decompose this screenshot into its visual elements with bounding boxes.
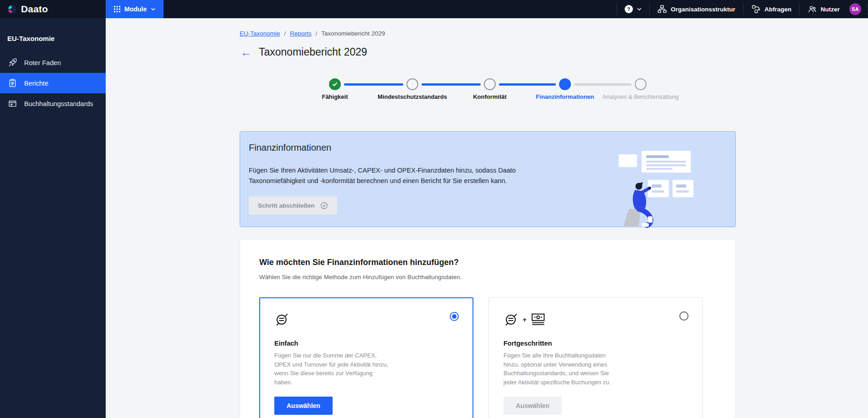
help-icon: ?	[625, 5, 633, 13]
option-title: Einfach	[274, 340, 458, 347]
complete-step-button[interactable]: Schritt abschließen	[249, 196, 337, 214]
help-menu[interactable]: ?	[617, 0, 649, 18]
daato-logo-icon	[7, 5, 17, 14]
step-label[interactable]: Analysen & Berichterstattung	[602, 93, 679, 101]
topbar: Daato Module ?	[0, 0, 868, 18]
step-label[interactable]: Mindestschutzstandards	[374, 93, 451, 101]
nav-organisationsstruktur[interactable]: Organisationsstruktur	[650, 0, 743, 18]
ledger-icon	[7, 99, 17, 109]
nav-label: Abfragen	[765, 6, 791, 13]
money-icon	[503, 311, 519, 327]
sidebar-item-label: Buchhaltungsstandards	[24, 100, 93, 107]
page-title: Taxonomiebericht 2029	[259, 46, 367, 58]
step-label[interactable]: Fähigkeit	[296, 93, 374, 101]
sidebar-item-berichte[interactable]: Berichte	[0, 73, 106, 93]
info-card-body: Fügen Sie Ihren Aktivitäten Umsatz-, CAP…	[249, 165, 550, 186]
step-circle-analysen[interactable]	[635, 78, 647, 90]
option-description: Fügen Sie nur die Summe der CAPEX, OPEX …	[274, 351, 389, 387]
back-arrow-icon[interactable]: ←	[241, 47, 252, 58]
method-options: Einfach Fügen Sie nur die Summe der CAPE…	[259, 297, 703, 418]
method-selection-card: Wie möchten Sie Finanzinformationen hinz…	[240, 239, 736, 418]
step-circle-finanzinformationen[interactable]	[559, 78, 571, 90]
step-circle-konformitaet[interactable]	[484, 78, 496, 90]
step-circle-mindestschutzstandards[interactable]	[406, 78, 418, 90]
page-title-row: ← Taxonomiebericht 2029	[241, 46, 367, 58]
plus-glyph: +	[523, 316, 527, 323]
module-button[interactable]: Module	[106, 0, 164, 18]
option-icon-row: +	[503, 311, 688, 328]
sidebar-section-title: EU-Taxonomie	[0, 18, 106, 52]
user-avatar[interactable]: SA	[849, 3, 861, 15]
logo-text: Daato	[21, 4, 48, 15]
breadcrumb-separator: /	[284, 30, 286, 37]
finance-illustration	[618, 150, 709, 228]
sidebar-item-roter-faden[interactable]: Roter Faden	[0, 52, 106, 73]
step-label[interactable]: Finanzinformationen	[526, 93, 604, 101]
complete-step-button-label: Schritt abschließen	[258, 202, 315, 209]
nav-abfragen[interactable]: Abfragen	[744, 0, 799, 18]
sidebar-item-label: Berichte	[24, 80, 48, 87]
auswaehlen-button-fortgeschritten[interactable]: Auswählen	[503, 397, 562, 415]
option-card-fortgeschritten[interactable]: + Fortgeschritten	[488, 297, 703, 418]
option-icon-row	[274, 311, 458, 328]
sidebar-item-buchhaltungsstandards[interactable]: Buchhaltungsstandards	[0, 93, 106, 114]
step-circle-faehigkeit[interactable]	[329, 78, 341, 90]
module-button-label: Module	[124, 5, 147, 13]
breadcrumb-separator: /	[316, 30, 318, 37]
query-flow-icon	[751, 5, 760, 14]
nav-nutzer[interactable]: Nutzer	[800, 0, 847, 18]
circled-check-icon	[320, 202, 328, 209]
sidebar-item-label: Roter Faden	[24, 59, 61, 66]
option-title: Fortgeschritten	[503, 340, 688, 347]
daato-logo[interactable]: Daato	[0, 0, 106, 18]
method-heading: Wie möchten Sie Finanzinformationen hinz…	[259, 258, 459, 267]
step-label[interactable]: Konformität	[451, 93, 529, 101]
chevron-down-icon	[637, 8, 642, 11]
breadcrumb-link-reports[interactable]: Reports	[290, 30, 311, 37]
radio-fortgeschritten[interactable]	[679, 311, 688, 321]
check-icon	[332, 81, 338, 87]
step-connector	[344, 83, 403, 86]
breadcrumb-current: Taxonomiebericht 2029	[321, 30, 385, 37]
sidebar: EU-Taxonomie Roter Faden Berichte	[0, 18, 106, 418]
step-connector	[421, 83, 481, 86]
nav-label: Nutzer	[821, 6, 840, 13]
auswaehlen-button-einfach[interactable]: Auswählen	[274, 397, 333, 415]
method-subheading: Wählen Sie die richtige Methode zum Hinz…	[259, 274, 462, 280]
nav-label: Organisationsstruktur	[671, 6, 735, 13]
banknote-icon	[530, 311, 546, 327]
users-icon	[807, 5, 817, 14]
money-icon	[274, 311, 290, 327]
breadcrumb-link-eu-taxonomie[interactable]: EU-Taxonomie	[240, 30, 280, 37]
grid-icon	[114, 6, 120, 12]
info-card-title: Finanzinformationen	[249, 143, 331, 153]
radio-einfach[interactable]	[450, 312, 459, 321]
option-card-einfach[interactable]: Einfach Fügen Sie nur die Summe der CAPE…	[259, 297, 473, 418]
clipboard-icon	[7, 78, 17, 88]
breadcrumb: EU-Taxonomie / Reports / Taxonomieberich…	[240, 30, 385, 37]
chevron-down-icon	[151, 8, 155, 11]
option-description: Fügen Sie alle Ihre Buchhaltungsdaten hi…	[503, 351, 618, 387]
finanzinformationen-info-card: Finanzinformationen Fügen Sie Ihren Akti…	[240, 131, 736, 227]
org-structure-icon	[657, 5, 667, 14]
step-connector	[499, 83, 556, 86]
rocket-icon	[7, 58, 17, 68]
step-connector	[574, 83, 632, 86]
main-content: EU-Taxonomie / Reports / Taxonomieberich…	[106, 18, 868, 418]
topbar-right: ? Organisationsstruktur	[616, 0, 868, 18]
